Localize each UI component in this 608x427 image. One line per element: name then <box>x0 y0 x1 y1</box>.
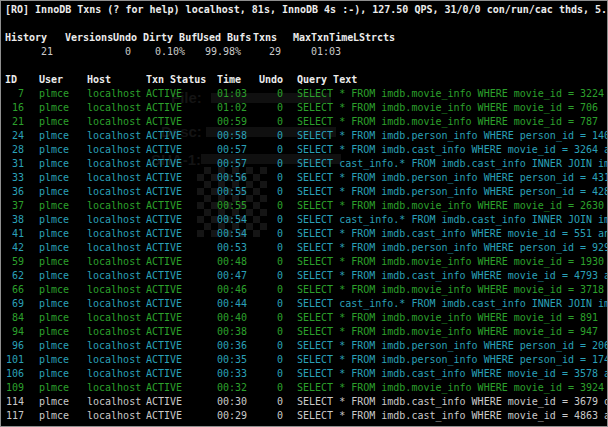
cell-undo: 0 <box>259 157 283 171</box>
cell-undo: 0 <box>259 185 283 199</box>
cell-id: 117 <box>5 409 24 423</box>
cell-undo: 0 <box>259 213 283 227</box>
spacer <box>5 59 607 73</box>
cell-id: 106 <box>5 367 24 381</box>
innotop-terminal[interactable]: File: Desc: SHA-1: [RO] InnoDB Txns (? f… <box>0 0 608 427</box>
cell-undo: 0 <box>259 101 283 115</box>
cell-status: ACTIVE <box>146 199 217 213</box>
stat-label-dirty-buf: Dirty Buf <box>143 31 197 45</box>
cell-host: localhost <box>87 367 146 381</box>
cell-host: localhost <box>87 395 146 409</box>
cell-time: 00:30 <box>217 395 259 409</box>
cell-time: 00:59 <box>217 115 259 129</box>
cell-undo: 0 <box>259 199 283 213</box>
cell-id: 41 <box>5 227 24 241</box>
cell-undo: 0 <box>259 395 283 409</box>
cell-user: plmce <box>39 101 87 115</box>
header-host: Host <box>87 73 146 87</box>
cell-user: plmce <box>39 157 87 171</box>
table-header-row: IDUserHostTxn StatusTimeUndoQuery Text <box>5 73 607 87</box>
cell-status: ACTIVE <box>146 157 217 171</box>
cell-user: plmce <box>39 129 87 143</box>
stat-value-txns: 29 <box>253 45 293 59</box>
cell-time: 00:33 <box>217 367 259 381</box>
cell-user: plmce <box>39 199 87 213</box>
cell-undo: 0 <box>259 227 283 241</box>
stat-label-used-bufs: Used Bufs <box>197 31 253 45</box>
spacer <box>5 17 607 31</box>
cell-time: 00:44 <box>217 297 259 311</box>
cell-query: SELECT * FROM imdb.movie_info WHERE movi… <box>297 115 598 129</box>
cell-id: 24 <box>5 129 24 143</box>
stats-values-row: 2100.10%99.98%2901:03 <box>5 45 607 59</box>
cell-status: ACTIVE <box>146 115 217 129</box>
cell-host: localhost <box>87 269 146 283</box>
cell-host: localhost <box>87 381 146 395</box>
cell-status: ACTIVE <box>146 87 217 101</box>
cell-user: plmce <box>39 339 87 353</box>
cell-status: ACTIVE <box>146 213 217 227</box>
cell-user: plmce <box>39 185 87 199</box>
cell-id: 66 <box>5 283 24 297</box>
cell-user: plmce <box>39 325 87 339</box>
cell-user: plmce <box>39 283 87 297</box>
cell-user: plmce <box>39 297 87 311</box>
cell-id: 96 <box>5 339 24 353</box>
cell-user: plmce <box>39 227 87 241</box>
cell-status: ACTIVE <box>146 255 217 269</box>
cell-host: localhost <box>87 143 146 157</box>
cell-id: 84 <box>5 311 24 325</box>
cell-undo: 0 <box>259 409 283 423</box>
cell-time: 00:55 <box>217 185 259 199</box>
header-user: User <box>39 73 87 87</box>
cell-user: plmce <box>39 241 87 255</box>
cell-id: 109 <box>5 381 24 395</box>
cell-status: ACTIVE <box>146 101 217 115</box>
cell-id: 114 <box>5 395 24 409</box>
cell-user: plmce <box>39 381 87 395</box>
cell-status: ACTIVE <box>146 339 217 353</box>
cell-status: ACTIVE <box>146 311 217 325</box>
cell-user: plmce <box>39 353 87 367</box>
cell-host: localhost <box>87 409 146 423</box>
header-undo: Undo <box>259 73 283 87</box>
cell-time: 00:54 <box>217 227 259 241</box>
cell-time: 00:55 <box>217 199 259 213</box>
cell-host: localhost <box>87 185 146 199</box>
cell-undo: 0 <box>259 353 283 367</box>
cell-status: ACTIVE <box>146 171 217 185</box>
cell-time: 00:54 <box>217 213 259 227</box>
cell-time: 00:29 <box>217 409 259 423</box>
table-row: 42plmcelocalhostACTIVE00:530SELECT * FRO… <box>5 241 607 255</box>
cell-id: 21 <box>5 115 24 129</box>
cell-status: ACTIVE <box>146 269 217 283</box>
cell-status: ACTIVE <box>146 143 217 157</box>
cell-status: ACTIVE <box>146 283 217 297</box>
cell-id: 101 <box>5 353 24 367</box>
cell-host: localhost <box>87 129 146 143</box>
cell-undo: 0 <box>259 269 283 283</box>
stats-header-row: HistoryVersionsUndoDirty BufUsed BufsTxn… <box>5 31 607 45</box>
cell-undo: 0 <box>259 381 283 395</box>
txn-rows: 7plmcelocalhostACTIVE01:030SELECT * FROM… <box>5 87 607 423</box>
cell-time: 00:47 <box>217 269 259 283</box>
header-txn-status: Txn Status <box>146 73 217 87</box>
table-row: 106plmcelocalhostACTIVE00:330SELECT * FR… <box>5 367 607 381</box>
cell-host: localhost <box>87 101 146 115</box>
cell-time: 00:53 <box>217 241 259 255</box>
cell-user: plmce <box>39 213 87 227</box>
stat-value-used-bufs: 99.98% <box>197 45 253 59</box>
cell-id: 36 <box>5 185 24 199</box>
cell-query: SELECT * FROM imdb.cast_info WHERE movie… <box>297 395 607 409</box>
cell-query: SELECT * FROM imdb.person_info WHERE per… <box>297 353 607 367</box>
cell-host: localhost <box>87 171 146 185</box>
cell-undo: 0 <box>259 87 283 101</box>
cell-undo: 0 <box>259 143 283 157</box>
cell-host: localhost <box>87 283 146 297</box>
table-row: 101plmcelocalhostACTIVE00:350SELECT * FR… <box>5 353 607 367</box>
cell-status: ACTIVE <box>146 395 217 409</box>
stat-value-dirty-buf: 0.10% <box>143 45 197 59</box>
cell-undo: 0 <box>259 311 283 325</box>
cell-undo: 0 <box>259 115 283 129</box>
table-row: 33plmcelocalhostACTIVE00:560SELECT * FRO… <box>5 171 607 185</box>
